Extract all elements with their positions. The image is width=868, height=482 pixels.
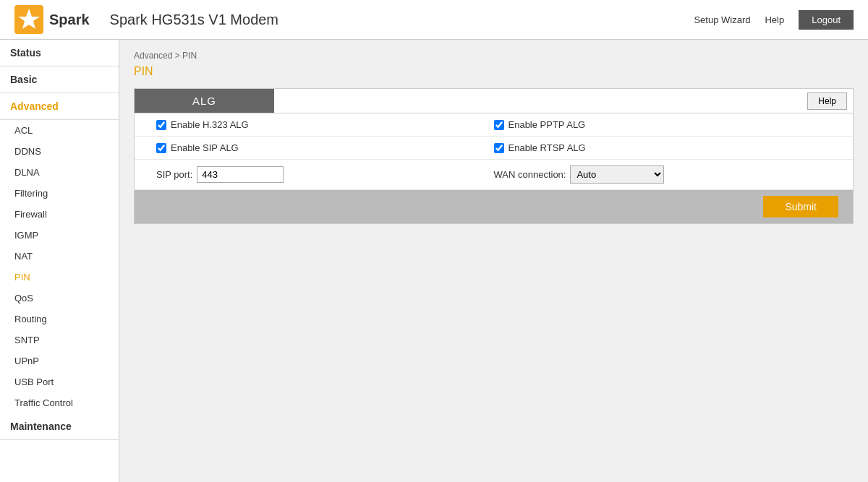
- list-item: IGMP: [0, 225, 119, 246]
- sidebar-item-igmp[interactable]: IGMP: [0, 225, 119, 246]
- alg-col-pptp: Enable PPTP ALG: [494, 119, 832, 130]
- sidebar-item-nat[interactable]: NAT: [0, 246, 119, 267]
- alg-header-row: ALG Help: [135, 89, 853, 113]
- enable-sip-checkbox[interactable]: [156, 143, 166, 153]
- alg-title-bar: ALG: [135, 89, 274, 113]
- submit-button[interactable]: Submit: [763, 196, 838, 218]
- help-button[interactable]: Help: [765, 14, 784, 25]
- list-item: USB Port: [0, 371, 119, 392]
- list-item: SNTP: [0, 330, 119, 350]
- sidebar-status[interactable]: Status: [0, 40, 119, 66]
- sidebar-item-sntp[interactable]: SNTP: [0, 330, 119, 350]
- sidebar-item-upnp[interactable]: UPnP: [0, 350, 119, 371]
- setup-wizard-button[interactable]: Setup Wizard: [694, 14, 750, 25]
- enable-h323-checkbox[interactable]: [156, 120, 166, 130]
- enable-sip-label: Enable SIP ALG: [171, 142, 239, 153]
- sidebar-maintenance[interactable]: Maintenance: [0, 413, 119, 440]
- enable-rtsp-checkbox[interactable]: [494, 143, 504, 153]
- sidebar: Status Basic Advanced ACL DDNS DLNA Filt…: [0, 40, 119, 482]
- wan-connection-select[interactable]: Auto: [570, 165, 664, 184]
- wan-connection-label: WAN connection:: [494, 169, 566, 180]
- alg-row-h323-pptp: Enable H.323 ALG Enable PPTP ALG: [135, 113, 853, 137]
- sidebar-item-acl[interactable]: ACL: [0, 120, 119, 141]
- breadcrumb-separator: >: [175, 51, 182, 61]
- sidebar-advanced[interactable]: Advanced: [0, 93, 119, 120]
- header-right: Setup Wizard Help Logout: [694, 10, 854, 30]
- alg-row-sip-rtsp: Enable SIP ALG Enable RTSP ALG: [135, 137, 853, 160]
- sidebar-item-routing[interactable]: Routing: [0, 309, 119, 330]
- wan-connection-group: WAN connection: Auto: [494, 165, 832, 184]
- sidebar-item-pin[interactable]: PIN: [0, 267, 119, 288]
- alg-help-button[interactable]: Help: [807, 92, 847, 110]
- sidebar-basic[interactable]: Basic: [0, 66, 119, 93]
- sidebar-item-firewall[interactable]: Firewall: [0, 204, 119, 225]
- breadcrumb-parent[interactable]: Advanced: [134, 51, 172, 61]
- alg-container: ALG Help Enable H.323 ALG Enable PPTP AL…: [134, 88, 854, 224]
- sidebar-advanced-items: ACL DDNS DLNA Filtering Firewall IGMP NA…: [0, 120, 119, 413]
- alg-row-sip-port-wan: SIP port: WAN connection: Auto: [135, 160, 853, 190]
- list-item: UPnP: [0, 350, 119, 371]
- content-area: Advanced > PIN PIN ALG Help Enable H.323…: [119, 40, 868, 482]
- sip-port-label: SIP port:: [156, 169, 192, 180]
- page-title: PIN: [134, 65, 854, 78]
- list-item: PIN: [0, 267, 119, 288]
- sidebar-item-filtering[interactable]: Filtering: [0, 183, 119, 204]
- main-layout: Status Basic Advanced ACL DDNS DLNA Filt…: [0, 40, 868, 482]
- sip-port-group: SIP port:: [156, 166, 494, 183]
- alg-col-h323: Enable H.323 ALG: [156, 119, 494, 130]
- sidebar-item-usb-port[interactable]: USB Port: [0, 371, 119, 392]
- sidebar-item-traffic-control[interactable]: Traffic Control: [0, 392, 119, 413]
- spark-logo-icon: [14, 5, 43, 34]
- header: Spark Spark HG531s V1 Modem Setup Wizard…: [0, 0, 868, 40]
- device-title: Spark HG531s V1 Modem: [110, 12, 278, 28]
- sidebar-item-dlna[interactable]: DLNA: [0, 162, 119, 183]
- breadcrumb: Advanced > PIN: [134, 51, 854, 61]
- sidebar-item-ddns[interactable]: DDNS: [0, 141, 119, 162]
- enable-h323-label: Enable H.323 ALG: [171, 119, 249, 130]
- breadcrumb-current: PIN: [182, 51, 197, 61]
- list-item: QoS: [0, 288, 119, 309]
- alg-col-sip: Enable SIP ALG: [156, 142, 494, 153]
- alg-footer: Submit: [135, 190, 853, 223]
- list-item: Filtering: [0, 183, 119, 204]
- enable-pptp-checkbox[interactable]: [494, 120, 504, 130]
- list-item: Traffic Control: [0, 392, 119, 413]
- list-item: Routing: [0, 309, 119, 330]
- logo-area: Spark Spark HG531s V1 Modem: [14, 5, 278, 34]
- logo-name: Spark: [49, 12, 90, 28]
- sip-port-input[interactable]: [197, 166, 284, 183]
- enable-rtsp-label: Enable RTSP ALG: [509, 142, 586, 153]
- sidebar-item-qos[interactable]: QoS: [0, 288, 119, 309]
- alg-col-rtsp: Enable RTSP ALG: [494, 142, 832, 153]
- list-item: DDNS: [0, 141, 119, 162]
- list-item: ACL: [0, 120, 119, 141]
- list-item: Firewall: [0, 204, 119, 225]
- logout-button[interactable]: Logout: [799, 10, 854, 30]
- list-item: DLNA: [0, 162, 119, 183]
- enable-pptp-label: Enable PPTP ALG: [509, 119, 586, 130]
- list-item: NAT: [0, 246, 119, 267]
